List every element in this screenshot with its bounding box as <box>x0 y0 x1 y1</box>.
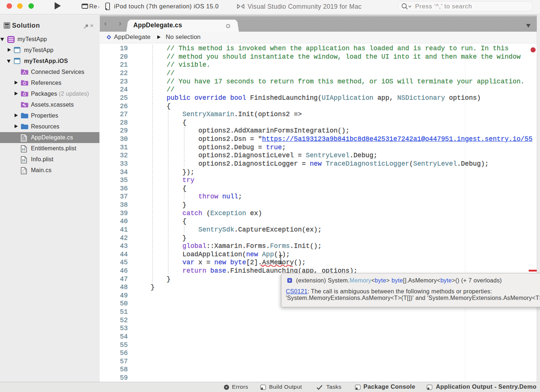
svg-text:{}: {} <box>22 136 26 140</box>
svg-text:{}: {} <box>22 169 26 173</box>
